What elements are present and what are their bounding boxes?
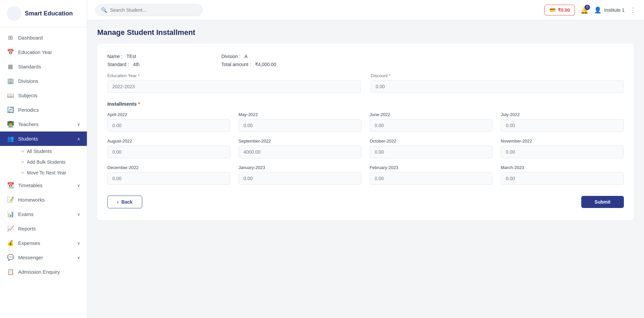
sidebar-item-subjects[interactable]: 📖 Subjects xyxy=(0,88,87,103)
sidebar-item-label: Admission Enquiry xyxy=(18,269,60,275)
installment-group: December-2022 xyxy=(107,165,230,185)
subnav-dot: ⟳ xyxy=(21,150,24,153)
installment-input[interactable] xyxy=(107,172,230,185)
sidebar-item-timetables[interactable]: 📆 Timetables ∨ xyxy=(0,178,87,193)
sidebar-item-exams[interactable]: 📊 Exams ∨ xyxy=(0,207,87,221)
installment-month-label: June-2022 xyxy=(370,112,493,117)
installment-group: May-2022 xyxy=(238,112,362,132)
teachers-icon: 👨‍🏫 xyxy=(7,121,14,128)
installment-input[interactable] xyxy=(370,172,493,185)
sidebar-item-label: Homeworks xyxy=(18,197,45,203)
student-division-group: Division : A xyxy=(221,54,315,59)
subnav-add-bulk-students[interactable]: ⟳ Add Bulk Students xyxy=(18,157,87,167)
user-info[interactable]: 👤 Institute 1 xyxy=(594,6,625,14)
installment-input[interactable] xyxy=(238,172,362,185)
installments-required: * xyxy=(138,101,140,107)
wallet-amount: ₹0.00 xyxy=(558,7,570,13)
user-name: Institute 1 xyxy=(604,7,625,13)
installments-section-title: Installments * xyxy=(107,101,624,107)
education-year-label: Education Year * xyxy=(107,73,361,78)
sidebar-item-label: Expenses xyxy=(18,240,40,246)
subnav-all-students[interactable]: ⟳ All Students xyxy=(18,146,87,157)
svg-point-0 xyxy=(7,6,21,21)
installment-input[interactable] xyxy=(370,119,493,132)
subnav-label: All Students xyxy=(27,149,52,154)
sidebar-item-standards[interactable]: ▦ Standards xyxy=(0,59,87,74)
installment-input[interactable] xyxy=(238,119,362,132)
sidebar-item-students[interactable]: 👥 Students ∧ xyxy=(0,131,87,146)
installment-input[interactable] xyxy=(238,146,362,158)
sidebar-item-label: Teachers xyxy=(18,121,39,127)
installment-input[interactable] xyxy=(370,146,493,158)
total-amount-label: Total amount : xyxy=(221,62,251,67)
sidebar: 🎓 Smart Education ⊞ Dashboard 📅 Educatio… xyxy=(0,0,87,318)
installment-month-label: March-2023 xyxy=(501,165,624,170)
app-name: Smart Education xyxy=(25,10,73,17)
wallet-button[interactable]: 💳 ₹0.00 xyxy=(544,5,575,15)
installment-month-label: November-2022 xyxy=(501,139,624,144)
sidebar-item-teachers[interactable]: 👨‍🏫 Teachers ∨ xyxy=(0,117,87,131)
sidebar-item-label: Dashboard xyxy=(18,35,43,41)
installment-month-label: February-2023 xyxy=(370,165,493,170)
divisions-icon: 🏢 xyxy=(7,77,14,85)
sidebar-item-dashboard[interactable]: ⊞ Dashboard xyxy=(0,31,87,45)
sidebar-item-homeworks[interactable]: 📝 Homeworks xyxy=(0,193,87,207)
submit-button[interactable]: Submit xyxy=(581,196,624,208)
installment-month-label: December-2022 xyxy=(107,165,230,170)
subnav-dot: ⟳ xyxy=(21,171,24,175)
form-row-main: Education Year * Discount * xyxy=(107,73,624,93)
discount-input[interactable] xyxy=(371,80,624,93)
installment-input[interactable] xyxy=(107,119,230,132)
back-chevron-icon: ‹ xyxy=(117,199,119,205)
search-box[interactable]: 🔍 xyxy=(95,4,203,16)
logo-container: 🎓 Smart Education xyxy=(0,0,87,27)
app-logo-icon: 🎓 xyxy=(7,6,21,21)
messenger-arrow-icon: ∨ xyxy=(77,255,80,260)
sidebar-item-expenses[interactable]: 💰 Expenses ∨ xyxy=(0,236,87,250)
education-year-input[interactable] xyxy=(107,80,361,93)
subnav-label: Add Bulk Students xyxy=(27,159,65,165)
sidebar-item-education-year[interactable]: 📅 Education Year xyxy=(0,45,87,59)
main-area: 🔍 💳 ₹0.00 🔔 0 👤 Institute 1 ⋮ Manage Stu… xyxy=(87,0,644,318)
sidebar-item-label: Divisions xyxy=(18,78,38,84)
installments-grid: April-2022May-2022June-2022July-2022Augu… xyxy=(107,112,624,185)
standard-value: 4th xyxy=(133,62,140,67)
installment-month-label: May-2022 xyxy=(238,112,362,117)
sidebar-item-divisions[interactable]: 🏢 Divisions xyxy=(0,74,87,88)
messenger-icon: 💬 xyxy=(7,254,14,261)
installment-input[interactable] xyxy=(501,172,624,185)
sidebar-navigation: ⊞ Dashboard 📅 Education Year ▦ Standards… xyxy=(0,27,87,318)
student-info-row-1: Name : TEst Division : A xyxy=(107,54,624,59)
wallet-icon: 💳 xyxy=(549,7,556,13)
sidebar-item-admission-enquiry[interactable]: 📋 Admission Enquiry xyxy=(0,265,87,279)
student-name-group: Name : TEst xyxy=(107,54,201,59)
installment-group: March-2023 xyxy=(501,165,624,185)
installment-group: October-2022 xyxy=(370,139,493,158)
more-options-icon[interactable]: ⋮ xyxy=(630,6,636,14)
education-year-required: * xyxy=(138,73,140,78)
standards-icon: ▦ xyxy=(7,63,14,70)
installment-input[interactable] xyxy=(107,146,230,158)
back-button[interactable]: ‹ Back xyxy=(107,196,142,208)
expenses-icon: 💰 xyxy=(7,240,14,247)
subnav-label: Move To Next Year xyxy=(27,170,66,175)
total-amount-value: ₹4,000.00 xyxy=(255,62,276,67)
page-title: Manage Student Installment xyxy=(97,28,634,37)
notification-button[interactable]: 🔔 0 xyxy=(580,6,589,14)
sidebar-item-label: Students xyxy=(18,136,38,142)
homeworks-icon: 📝 xyxy=(7,196,14,203)
sidebar-item-label: Standards xyxy=(18,64,41,69)
sidebar-item-messenger[interactable]: 💬 Messenger ∨ xyxy=(0,250,87,265)
timetables-arrow-icon: ∨ xyxy=(77,183,80,188)
installment-input[interactable] xyxy=(501,146,624,158)
back-label: Back xyxy=(121,199,132,205)
subnav-move-to-next-year[interactable]: ⟳ Move To Next Year xyxy=(18,167,87,178)
sidebar-item-reports[interactable]: 📈 Reports xyxy=(0,221,87,236)
discount-label: Discount * xyxy=(371,73,624,78)
installment-input[interactable] xyxy=(501,119,624,132)
sidebar-item-periodics[interactable]: 🔄 Periodics xyxy=(0,103,87,117)
students-arrow-icon: ∧ xyxy=(77,137,80,141)
search-icon: 🔍 xyxy=(101,7,107,13)
students-subnav: ⟳ All Students ⟳ Add Bulk Students ⟳ Mov… xyxy=(0,146,87,178)
search-input[interactable] xyxy=(110,7,197,13)
